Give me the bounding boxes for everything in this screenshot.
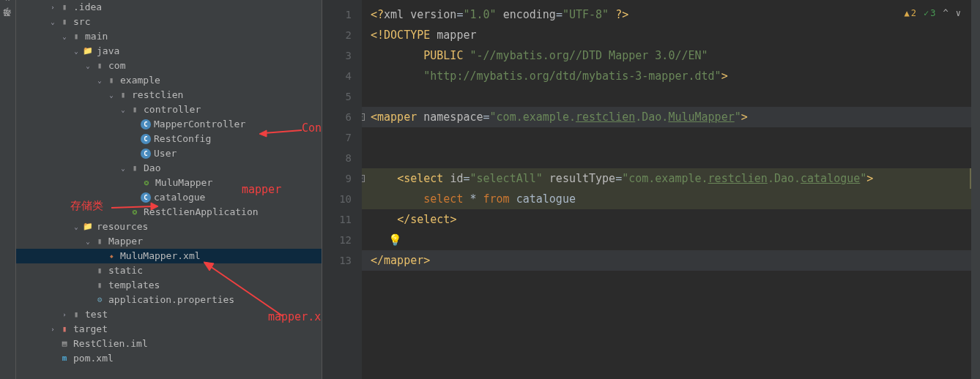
line-number[interactable]: 8 bbox=[322, 148, 352, 168]
line-number[interactable]: 6 bbox=[322, 107, 352, 127]
chevron-icon[interactable]: ⌄ bbox=[119, 164, 127, 173]
line-number[interactable]: 11 bbox=[322, 209, 352, 230]
line-number[interactable]: 10 bbox=[322, 189, 352, 209]
chevron-icon[interactable]: ⌄ bbox=[72, 47, 81, 56]
chevron-icon[interactable]: ⌄ bbox=[83, 61, 92, 70]
line-number[interactable]: 4 bbox=[322, 66, 352, 86]
tree-item-mappercontroller[interactable]: CMapperController bbox=[16, 117, 322, 132]
chevron-icon[interactable]: ⌄ bbox=[119, 105, 127, 114]
line-number[interactable]: 7 bbox=[322, 127, 352, 148]
tree-item-application-properties[interactable]: ⚙application.properties bbox=[16, 293, 322, 307]
line-number[interactable]: 3 bbox=[322, 45, 352, 66]
tree-item-label: test bbox=[85, 307, 108, 322]
chevron-icon[interactable]: › bbox=[48, 325, 57, 334]
tree-item-test[interactable]: ›▮test bbox=[16, 307, 322, 322]
tree-item-mulumapper-xml[interactable]: ⬥MuluMapper.xml bbox=[16, 249, 322, 263]
tree-item-restclien-iml[interactable]: ▤RestClien.iml bbox=[16, 337, 322, 351]
line-number[interactable]: 9 bbox=[322, 168, 352, 189]
chevron-icon[interactable]: ⌄ bbox=[60, 32, 69, 41]
tree-item-label: static bbox=[108, 263, 143, 278]
tree-item-label: java bbox=[97, 44, 119, 59]
code-line[interactable]: −<mapper namespace="com.example.restclie… bbox=[362, 107, 971, 127]
chevron-icon[interactable]: ⌄ bbox=[48, 18, 57, 26]
chevron-icon bbox=[130, 193, 139, 202]
editor[interactable]: ▲2 ✓3 ^ ∨ <?xml version="1.0" encoding="… bbox=[362, 0, 971, 379]
folder-dark-icon: ▮ bbox=[129, 104, 141, 116]
chevron-icon[interactable]: ⌄ bbox=[83, 237, 92, 246]
code-line[interactable]: − <select id="selectAll" resultType="com… bbox=[362, 168, 971, 189]
tree-item-java[interactable]: ⌄📁java bbox=[16, 44, 322, 59]
line-number[interactable]: 5 bbox=[322, 86, 352, 107]
code-line[interactable] bbox=[362, 148, 971, 168]
chevron-icon[interactable]: › bbox=[60, 310, 69, 319]
code-line[interactable]: </select> bbox=[362, 209, 971, 230]
tree-item-com[interactable]: ⌄▮com bbox=[16, 59, 322, 73]
tree-item-label: Dao bbox=[144, 161, 160, 176]
tree-item-label: Mapper bbox=[108, 234, 143, 249]
maven-icon: m bbox=[59, 353, 70, 364]
folder-dark-icon: ▮ bbox=[70, 31, 82, 42]
folder-dark-icon: ▮ bbox=[70, 309, 82, 320]
tree-item-label: application.properties bbox=[108, 293, 234, 307]
tree-item-mapper[interactable]: ⌄▮Mapper bbox=[16, 234, 322, 249]
code-line[interactable]: select * from catalogue bbox=[362, 189, 971, 209]
chevron-icon[interactable]: › bbox=[48, 3, 57, 12]
line-number[interactable]: 12 bbox=[322, 230, 352, 250]
tree-item-static[interactable]: ▮static bbox=[16, 263, 322, 278]
code-line[interactable]: "http://mybatis.org/dtd/mybatis-3-mapper… bbox=[362, 66, 971, 86]
folder-icon: 📁 bbox=[82, 221, 94, 233]
tree-item-mulumapper[interactable]: ❂MuluMapper bbox=[16, 176, 322, 190]
chevron-icon[interactable]: ⌄ bbox=[107, 91, 116, 100]
tree-item-pom-xml[interactable]: mpom.xml bbox=[16, 351, 322, 366]
chevron-icon bbox=[130, 120, 139, 129]
tree-item-resources[interactable]: ⌄📁resources bbox=[16, 219, 322, 234]
tool-window-tabs: 结构 学习 bbox=[0, 0, 16, 379]
chevron-icon bbox=[83, 266, 92, 275]
code-line[interactable] bbox=[362, 86, 971, 107]
line-number[interactable]: 1 bbox=[322, 4, 352, 25]
folder-dark-icon: ▮ bbox=[94, 265, 105, 277]
line-number[interactable]: 13 bbox=[322, 250, 352, 271]
folder-dark-icon: ▮ bbox=[105, 75, 117, 86]
tree-item-label: pom.xml bbox=[73, 351, 114, 366]
code-line[interactable]: </mapper> bbox=[362, 250, 971, 271]
fold-icon[interactable]: − bbox=[362, 175, 365, 182]
chevron-icon[interactable]: ⌄ bbox=[95, 76, 104, 85]
chevron-icon[interactable]: ⌄ bbox=[72, 222, 81, 231]
code-line[interactable]: PUBLIC "-//mybatis.org//DTD Mapper 3.0//… bbox=[362, 45, 971, 66]
code-line[interactable]: <?xml version="1.0" encoding="UTF-8" ?> bbox=[362, 4, 971, 25]
folder-dark-icon: ▮ bbox=[117, 89, 129, 101]
tree-item-templates[interactable]: ▮templates bbox=[16, 278, 322, 293]
tree-item-main[interactable]: ⌄▮main bbox=[16, 29, 322, 44]
fold-icon[interactable]: − bbox=[362, 113, 365, 121]
class-c-icon: C bbox=[141, 192, 151, 203]
tree-item--idea[interactable]: ›▮.idea bbox=[16, 0, 322, 15]
tree-item-restclien[interactable]: ⌄▮restclien bbox=[16, 88, 322, 102]
tree-item-src[interactable]: ⌄▮src bbox=[16, 15, 322, 29]
code-line[interactable]: <!DOCTYPE mapper bbox=[362, 25, 971, 45]
iml-icon: ▤ bbox=[59, 338, 70, 350]
tree-item-catalogue[interactable]: Ccatalogue bbox=[16, 190, 322, 205]
editor-scrollbar[interactable] bbox=[971, 0, 980, 379]
config-icon: ⚙ bbox=[94, 294, 105, 306]
chevron-icon bbox=[48, 354, 57, 363]
intention-bulb-icon[interactable]: 💡 bbox=[388, 233, 402, 247]
tree-item-label: MuluMapper.xml bbox=[120, 249, 201, 263]
tree-item-label: src bbox=[73, 15, 90, 29]
chevron-icon bbox=[95, 252, 104, 260]
tree-item-label: RestClienApplication bbox=[144, 205, 259, 219]
tree-item-example[interactable]: ⌄▮example bbox=[16, 73, 322, 88]
chevron-icon bbox=[130, 135, 139, 143]
tree-item-restclienapplication[interactable]: ❂RestClienApplication bbox=[16, 205, 322, 219]
code-line[interactable]: 💡 bbox=[362, 230, 971, 250]
tree-item-restconfig[interactable]: CRestConfig bbox=[16, 132, 322, 146]
tree-item-target[interactable]: ›▮target bbox=[16, 322, 322, 337]
tree-item-label: example bbox=[120, 73, 160, 88]
tree-item-controller[interactable]: ⌄▮controller bbox=[16, 102, 322, 117]
tree-item-user[interactable]: CUser bbox=[16, 146, 322, 161]
tree-item-label: controller bbox=[144, 102, 201, 117]
tree-item-dao[interactable]: ⌄▮Dao bbox=[16, 161, 322, 176]
line-number[interactable]: 2 bbox=[322, 25, 352, 45]
tree-item-label: restclien bbox=[132, 88, 183, 102]
code-line[interactable] bbox=[362, 127, 971, 148]
